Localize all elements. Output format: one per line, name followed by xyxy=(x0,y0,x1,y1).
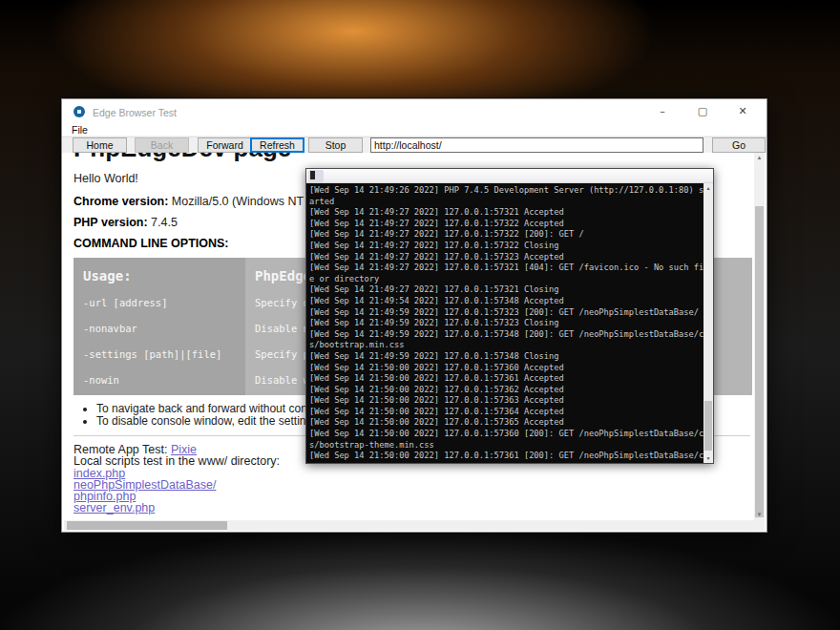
console-window: [Wed Sep 14 21:49:26 2022] PHP 7.4.5 Dev… xyxy=(305,168,714,464)
go-button[interactable]: Go xyxy=(712,137,766,153)
vertical-scrollbar-thumb[interactable] xyxy=(755,206,764,517)
navigation-toolbar: Home Back Forward Refresh Stop Go xyxy=(62,136,766,153)
server-env-link[interactable]: server_env.php xyxy=(74,501,155,514)
forward-button[interactable]: Forward xyxy=(198,137,252,153)
minimize-icon[interactable]: – xyxy=(646,99,679,124)
vertical-scrollbar[interactable]: ▲ ▼ xyxy=(754,153,765,520)
app-icon xyxy=(74,106,85,117)
menu-item-file[interactable]: File xyxy=(72,124,88,136)
scroll-up-icon[interactable]: ▲ xyxy=(754,153,765,163)
console-icon xyxy=(310,171,315,179)
console-output: [Wed Sep 14 21:49:26 2022] PHP 7.4.5 Dev… xyxy=(309,185,704,462)
table-row-option: -nonavbar xyxy=(74,318,245,344)
table-row-option: -settings [path]|[file] xyxy=(74,344,245,369)
stop-button[interactable]: Stop xyxy=(308,137,363,153)
console-output-area: [Wed Sep 14 21:49:26 2022] PHP 7.4.5 Dev… xyxy=(306,183,704,463)
horizontal-scrollbar-thumb[interactable] xyxy=(67,521,227,530)
console-scroll-up-icon[interactable]: ▲ xyxy=(704,183,713,193)
chrome-version-label: Chrome version: xyxy=(74,195,168,208)
table-row-option: -nowin xyxy=(74,369,245,395)
scrollbar-corner xyxy=(754,520,765,531)
table-row-option: -url [address] xyxy=(74,292,245,318)
refresh-button[interactable]: Refresh xyxy=(250,137,304,153)
title-bar[interactable]: Edge Browser Test – ▢ ✕ xyxy=(62,99,766,124)
console-scrollbar-thumb[interactable] xyxy=(704,401,712,451)
home-button[interactable]: Home xyxy=(73,137,127,153)
horizontal-scrollbar[interactable] xyxy=(64,520,754,531)
php-version-label: PHP version: xyxy=(74,216,148,229)
address-input[interactable] xyxy=(370,137,704,153)
back-button[interactable]: Back xyxy=(135,137,189,153)
console-title-bar[interactable] xyxy=(306,169,713,183)
close-icon[interactable]: ✕ xyxy=(726,99,759,124)
console-scrollbar[interactable]: ▲ ▼ xyxy=(704,183,713,463)
console-scroll-down-icon[interactable]: ▼ xyxy=(704,453,713,463)
menu-bar: File xyxy=(62,124,766,136)
window-title: Edge Browser Test xyxy=(93,107,177,118)
page-heading: PhpEdgeDev page xyxy=(74,153,754,163)
php-version-value: 7.4.5 xyxy=(148,216,178,229)
maximize-icon[interactable]: ▢ xyxy=(686,99,719,124)
usage-table-header-col1: Usage: xyxy=(74,258,245,292)
desktop-background: Edge Browser Test – ▢ ✕ File Home Back F… xyxy=(0,0,840,630)
scroll-down-icon[interactable]: ▼ xyxy=(754,510,765,520)
